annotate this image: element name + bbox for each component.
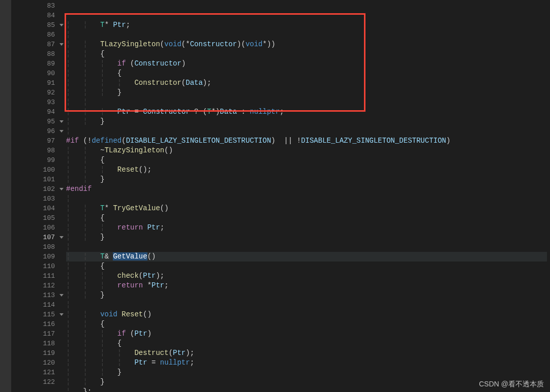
line-number[interactable]: 89	[11, 59, 55, 69]
line-number[interactable]: 101	[11, 175, 55, 184]
fold-gutter[interactable]	[57, 0, 66, 392]
code-line[interactable]: ¦ ¦ ¦ ¦ Constructor(Data);	[66, 78, 547, 88]
code-line[interactable]: ¦	[66, 194, 547, 204]
code-area[interactable]: ¦ ¦ T* Ptr;¦ ¦ ¦ TLazySingleton(void(*Co…	[66, 0, 547, 392]
line-number[interactable]: 118	[11, 339, 55, 348]
activity-bar[interactable]	[0, 0, 11, 392]
fold-indicator[interactable]	[57, 184, 66, 194]
code-line[interactable]: #if (!defined(DISABLE_LAZY_SINGLETON_DES…	[66, 136, 547, 146]
code-line[interactable]: ¦ ¦ {	[66, 155, 547, 165]
line-number[interactable]: 85	[11, 20, 55, 30]
fold-indicator[interactable]	[57, 310, 66, 319]
fold-indicator[interactable]	[57, 40, 66, 49]
selected-text[interactable]: GetValue	[113, 252, 147, 260]
code-line[interactable]: ¦ ¦	[66, 97, 547, 107]
line-number[interactable]: 107	[11, 233, 55, 242]
code-line[interactable]: ¦ ¦ }	[66, 377, 547, 387]
line-number[interactable]: 113	[11, 290, 55, 300]
code-line[interactable]: ¦ ¦ ¦ if (Constructor)	[66, 59, 547, 69]
line-number[interactable]: 96	[11, 126, 55, 136]
code-line[interactable]: ¦ ¦ }	[66, 290, 547, 300]
code-content[interactable]: ¦ ¦ T* Ptr;¦ ¦ ¦ TLazySingleton(void(*Co…	[66, 20, 547, 392]
code-token: ¦ ¦	[66, 262, 100, 270]
code-token: ¦	[66, 243, 83, 251]
line-number[interactable]: 100	[11, 165, 55, 175]
code-line[interactable]: ¦ ¦ ¦ {	[66, 69, 547, 78]
line-number[interactable]: 99	[11, 155, 55, 165]
line-number[interactable]: 84	[11, 11, 55, 20]
code-line[interactable]: ¦ ¦ T& GetValue()	[66, 252, 547, 262]
line-number[interactable]: 94	[11, 107, 55, 117]
line-number[interactable]: 114	[11, 300, 55, 310]
code-token: return	[117, 281, 143, 289]
line-number[interactable]: 121	[11, 368, 55, 377]
code-token: ¦ ¦ ¦ ¦	[66, 358, 134, 367]
line-number[interactable]: 106	[11, 223, 55, 233]
line-number[interactable]: 102	[11, 184, 55, 194]
scrollbar[interactable]	[547, 0, 550, 392]
line-number[interactable]: 116	[11, 319, 55, 329]
line-number[interactable]: 104	[11, 204, 55, 213]
code-line[interactable]: ¦ ¦ T* Ptr;	[66, 20, 547, 30]
code-line[interactable]: ¦ ¦ ¦ ¦ Ptr = nullptr;	[66, 358, 547, 368]
line-number[interactable]: 83	[11, 1, 55, 11]
code-line[interactable]: ¦ ¦ {	[66, 49, 547, 59]
fold-indicator[interactable]	[57, 290, 66, 300]
fold-indicator	[57, 69, 66, 78]
code-line[interactable]: ¦ ¦ void Reset()	[66, 310, 547, 319]
line-number[interactable]: 103	[11, 194, 55, 204]
line-number[interactable]: 105	[11, 213, 55, 223]
fold-indicator[interactable]	[57, 20, 66, 30]
code-line[interactable]: ¦ ¦ ¦ check(Ptr);	[66, 271, 547, 281]
code-line[interactable]: ¦ ¦ {	[66, 213, 547, 223]
line-number[interactable]: 92	[11, 88, 55, 97]
fold-indicator[interactable]	[57, 233, 66, 242]
fold-indicator	[57, 194, 66, 204]
line-number[interactable]: 97	[11, 136, 55, 146]
line-number[interactable]: 90	[11, 69, 55, 78]
code-line[interactable]: ¦ ¦ ¦ return *Ptr;	[66, 281, 547, 290]
line-number[interactable]: 115	[11, 310, 55, 319]
code-line[interactable]: ¦ ¦ }	[66, 233, 547, 242]
code-line[interactable]: ¦ ¦ ¦ Reset();	[66, 165, 547, 175]
code-line[interactable]: ¦ ¦ ¦ {	[66, 339, 547, 348]
line-number[interactable]: 93	[11, 97, 55, 107]
line-number[interactable]: 95	[11, 117, 55, 126]
code-line[interactable]: ¦ ¦ }	[66, 117, 547, 126]
line-number[interactable]: 120	[11, 358, 55, 368]
code-line[interactable]: #endif	[66, 184, 547, 194]
fold-indicator[interactable]	[57, 117, 66, 126]
fold-indicator[interactable]	[57, 126, 66, 136]
code-line[interactable]: ¦	[66, 30, 547, 40]
line-number[interactable]: 98	[11, 146, 55, 155]
line-number[interactable]: 87	[11, 40, 55, 49]
code-line[interactable]: ¦ ¦ ¦ ¦ Destruct(Ptr);	[66, 348, 547, 358]
line-number[interactable]: 112	[11, 281, 55, 290]
line-number[interactable]: 110	[11, 262, 55, 271]
code-line[interactable]: ¦	[66, 242, 547, 252]
code-line[interactable]: ¦ ¦ ¦ if (Ptr)	[66, 329, 547, 339]
line-number[interactable]: 108	[11, 242, 55, 252]
code-line[interactable]: ¦ ¦ ¦ }	[66, 368, 547, 377]
line-number[interactable]: 122	[11, 377, 55, 387]
code-line[interactable]: ¦ ¦ ~TLazySingleton()	[66, 146, 547, 155]
code-line[interactable]: ¦ };	[66, 387, 547, 392]
line-number[interactable]: 86	[11, 30, 55, 40]
line-number[interactable]: 91	[11, 78, 55, 88]
line-number-gutter[interactable]: 8384858687888990919293949596979899100101…	[11, 0, 57, 392]
line-number[interactable]: 119	[11, 348, 55, 358]
code-line[interactable]: ¦ ¦ ¦ Ptr = Constructor ? (T*)Data : nul…	[66, 107, 547, 117]
line-number[interactable]: 88	[11, 49, 55, 59]
code-line[interactable]: ¦ ¦ {	[66, 319, 547, 329]
code-line[interactable]: ¦ ¦ T* TryGetValue()	[66, 204, 547, 213]
line-number[interactable]: 109	[11, 252, 55, 262]
code-line[interactable]: ¦	[66, 300, 547, 310]
line-number[interactable]: 117	[11, 329, 55, 339]
code-line[interactable]: ¦ ¦ {	[66, 262, 547, 271]
code-line[interactable]: ¦ ¦ ¦ return Ptr;	[66, 223, 547, 233]
code-line[interactable]: ¦	[66, 126, 547, 136]
line-number[interactable]: 111	[11, 271, 55, 281]
code-line[interactable]: ¦ ¦ }	[66, 175, 547, 184]
code-line[interactable]: ¦ ¦ TLazySingleton(void(*Constructor)(vo…	[66, 40, 547, 49]
code-line[interactable]: ¦ ¦ ¦ }	[66, 88, 547, 97]
